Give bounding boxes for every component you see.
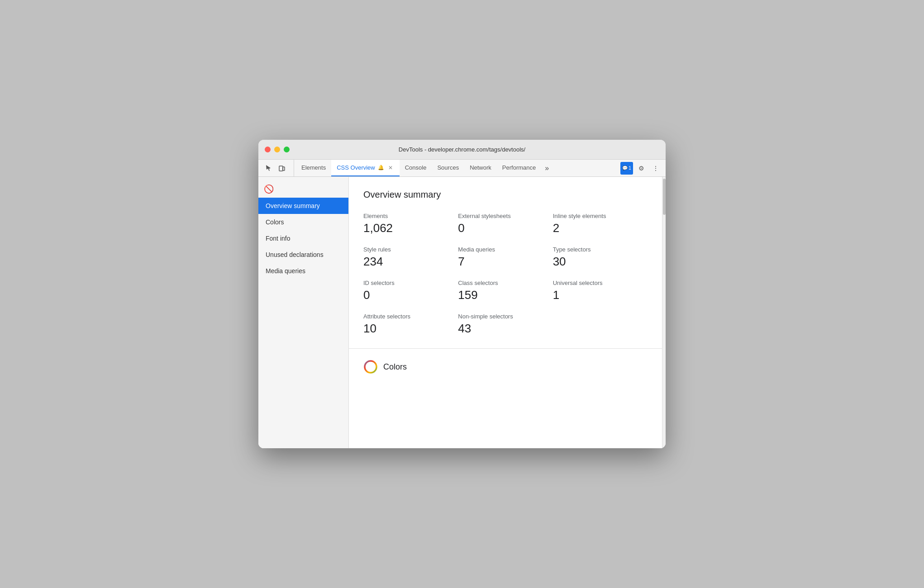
stat-id-selectors: ID selectors 0 (363, 280, 458, 302)
stat-attribute-selectors-value: 10 (363, 322, 458, 336)
sidebar: 🚫 Overview summary Colors Font info Unus… (258, 177, 349, 448)
content-area[interactable]: Overview summary Elements 1,062 External… (349, 177, 662, 448)
scrollbar-track[interactable] (662, 177, 666, 448)
stat-external-stylesheets-value: 0 (458, 221, 552, 235)
sidebar-item-media-queries[interactable]: Media queries (258, 263, 348, 279)
stat-elements-value: 1,062 (363, 221, 458, 235)
stat-type-selectors: Type selectors 30 (553, 246, 648, 269)
tabbar-actions: 💬 1 ⚙ ⋮ (620, 160, 666, 176)
stat-external-stylesheets: External stylesheets 0 (458, 213, 552, 235)
more-options-button[interactable]: ⋮ (649, 162, 662, 175)
stat-universal-selectors-value: 1 (553, 288, 648, 302)
settings-button[interactable]: ⚙ (635, 162, 648, 175)
stat-universal-selectors: Universal selectors 1 (553, 280, 648, 302)
cursor-icon[interactable] (262, 162, 275, 175)
stat-non-simple-selectors-label: Non-simple selectors (458, 313, 552, 320)
stat-class-selectors-value: 159 (458, 288, 552, 302)
sidebar-item-colors[interactable]: Colors (258, 214, 348, 230)
tab-close-button[interactable]: ✕ (387, 164, 394, 171)
tab-network[interactable]: Network (464, 160, 497, 176)
stat-type-selectors-value: 30 (553, 255, 648, 269)
toolbar-tools (262, 160, 294, 176)
overview-title: Overview summary (363, 190, 648, 200)
stat-inline-style-value: 2 (553, 221, 648, 235)
svg-rect-1 (283, 167, 285, 171)
more-tabs-button[interactable]: » (541, 160, 552, 176)
stat-non-simple-selectors-value: 43 (458, 322, 552, 336)
stat-universal-selectors-label: Universal selectors (553, 280, 648, 286)
overview-summary-section: Overview summary Elements 1,062 External… (349, 177, 662, 348)
traffic-lights (265, 147, 290, 152)
chat-icon: 💬 (622, 166, 628, 171)
svg-rect-0 (279, 166, 283, 171)
stat-non-simple-selectors: Non-simple selectors 43 (458, 313, 552, 336)
tab-console[interactable]: Console (400, 160, 432, 176)
stat-style-rules: Style rules 234 (363, 246, 458, 269)
block-icon: 🚫 (258, 180, 348, 198)
colors-section-label: Colors (383, 362, 407, 372)
settings-icon: ⚙ (638, 165, 644, 172)
sidebar-item-unused-declarations[interactable]: Unused declarations (258, 247, 348, 263)
tabs-container: Elements CSS Overview 🔔 ✕ Console Source… (296, 160, 620, 176)
stat-style-rules-label: Style rules (363, 246, 458, 253)
stat-id-selectors-label: ID selectors (363, 280, 458, 286)
stat-inline-style: Inline style elements 2 (553, 213, 648, 235)
stat-inline-style-label: Inline style elements (553, 213, 648, 219)
titlebar: DevTools - developer.chrome.com/tags/dev… (258, 140, 666, 160)
stat-class-selectors-label: Class selectors (458, 280, 552, 286)
stat-attribute-selectors-label: Attribute selectors (363, 313, 458, 320)
stat-media-queries-value: 7 (458, 255, 552, 269)
colors-section: Colors (349, 349, 662, 385)
stat-type-selectors-label: Type selectors (553, 246, 648, 253)
tabbar: Elements CSS Overview 🔔 ✕ Console Source… (258, 160, 666, 177)
stat-external-stylesheets-label: External stylesheets (458, 213, 552, 219)
devtools-window: DevTools - developer.chrome.com/tags/dev… (258, 140, 666, 448)
stat-class-selectors: Class selectors 159 (458, 280, 552, 302)
scrollbar-thumb[interactable] (663, 179, 666, 215)
main-layout: 🚫 Overview summary Colors Font info Unus… (258, 177, 666, 448)
stat-media-queries-label: Media queries (458, 246, 552, 253)
tab-sources[interactable]: Sources (432, 160, 464, 176)
stat-style-rules-value: 234 (363, 255, 458, 269)
minimize-button[interactable] (274, 147, 280, 152)
svg-point-2 (365, 361, 376, 373)
tab-performance[interactable]: Performance (497, 160, 541, 176)
google-colors-icon (363, 360, 378, 374)
sidebar-item-overview-summary[interactable]: Overview summary (258, 198, 348, 214)
sidebar-item-font-info[interactable]: Font info (258, 230, 348, 247)
stat-attribute-selectors: Attribute selectors 10 (363, 313, 458, 336)
device-toggle-icon[interactable] (276, 162, 288, 175)
stats-grid: Elements 1,062 External stylesheets 0 In… (363, 213, 648, 336)
more-icon: ⋮ (653, 165, 659, 172)
stat-elements-label: Elements (363, 213, 458, 219)
stat-id-selectors-value: 0 (363, 288, 458, 302)
window-title: DevTools - developer.chrome.com/tags/dev… (399, 146, 525, 153)
notifications-button[interactable]: 💬 1 (620, 162, 633, 175)
maximize-button[interactable] (284, 147, 290, 152)
tab-css-overview[interactable]: CSS Overview 🔔 ✕ (331, 160, 400, 176)
tab-elements[interactable]: Elements (296, 160, 331, 176)
bell-icon: 🔔 (378, 165, 384, 171)
stat-elements: Elements 1,062 (363, 213, 458, 235)
close-button[interactable] (265, 147, 271, 152)
stat-media-queries: Media queries 7 (458, 246, 552, 269)
